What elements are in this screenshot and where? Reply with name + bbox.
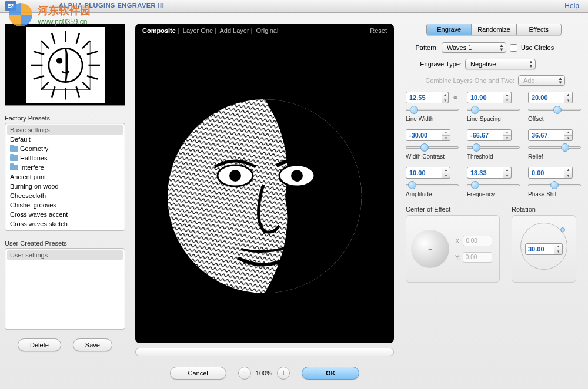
stepper-down-icon[interactable]: ▼: [442, 136, 450, 141]
stepper-down-icon[interactable]: ▼: [503, 173, 511, 179]
center-effect-control[interactable]: + X: Y:: [406, 215, 500, 283]
preset-item[interactable]: Chishel grooves: [7, 200, 123, 210]
engrave-type-dropdown[interactable]: Negative ▲▼: [465, 59, 536, 69]
param-stepper[interactable]: ▲ ▼: [442, 129, 450, 141]
preset-item[interactable]: Interfere: [7, 163, 123, 172]
param-slider[interactable]: [528, 181, 581, 189]
stepper-down-icon[interactable]: ▼: [564, 136, 572, 141]
stepper-down-icon[interactable]: ▼: [564, 98, 572, 103]
preset-item[interactable]: Cross waves accent: [7, 210, 123, 219]
seg-randomize[interactable]: Randomize: [472, 24, 516, 35]
seg-effects[interactable]: Effects: [517, 24, 561, 35]
preset-item[interactable]: Ancient print: [7, 172, 123, 182]
slider-thumb[interactable]: [471, 106, 479, 114]
sphere-icon[interactable]: +: [411, 230, 449, 268]
param-input[interactable]: [406, 92, 442, 103]
rotation-control[interactable]: ▲ ▼: [512, 215, 576, 283]
user-presets-list[interactable]: [7, 260, 123, 327]
stepper-up-icon[interactable]: ▲: [442, 130, 450, 136]
preset-item[interactable]: Burning on wood: [7, 182, 123, 191]
param-slider[interactable]: [406, 106, 459, 114]
zoom-in-button[interactable]: +: [277, 367, 290, 380]
stepper-up-icon[interactable]: ▲: [503, 92, 511, 98]
mode-segmented-control[interactable]: Engrave Randomize Effects: [426, 24, 562, 35]
param-stepper[interactable]: ▲ ▼: [503, 167, 512, 179]
preset-item[interactable]: Halftones: [7, 153, 123, 163]
rotation-input[interactable]: [525, 243, 554, 255]
param-stepper[interactable]: ▲ ▼: [503, 129, 512, 141]
param-slider[interactable]: [406, 181, 459, 189]
param-slider[interactable]: [406, 143, 459, 152]
stepper-up-icon[interactable]: ▲: [554, 244, 562, 250]
tab-original[interactable]: Original: [256, 27, 279, 34]
center-y-input[interactable]: [463, 252, 492, 263]
thumbnail-preview[interactable]: [5, 24, 125, 106]
stepper-up-icon[interactable]: ▲: [442, 167, 450, 173]
param-slider[interactable]: [528, 143, 581, 152]
slider-thumb[interactable]: [420, 143, 429, 152]
param-input[interactable]: [528, 92, 564, 103]
center-x-input[interactable]: [463, 236, 492, 246]
param-slider[interactable]: [528, 106, 581, 114]
main-preview[interactable]: [135, 38, 394, 343]
param-stepper[interactable]: ▲ ▼: [564, 129, 573, 141]
factory-presets-list[interactable]: DefaultGeometryHalftonesInterfereAncient…: [7, 135, 123, 229]
stepper-down-icon[interactable]: ▼: [503, 136, 511, 141]
preset-item-label: Cross waves sketch: [10, 220, 68, 227]
slider-thumb[interactable]: [471, 181, 479, 189]
param-stepper[interactable]: ▲ ▼: [564, 92, 573, 103]
stepper-up-icon[interactable]: ▲: [503, 167, 511, 173]
seg-engrave[interactable]: Engrave: [427, 24, 472, 35]
param-input[interactable]: [528, 167, 564, 179]
cancel-button[interactable]: Cancel: [170, 367, 226, 380]
stepper-down-icon[interactable]: ▼: [503, 98, 511, 103]
stepper-up-icon[interactable]: ▲: [564, 92, 572, 98]
tab-layer-one[interactable]: Layer One: [183, 27, 213, 34]
slider-thumb[interactable]: [408, 181, 416, 189]
param-input[interactable]: [406, 129, 442, 141]
preset-item[interactable]: Default: [7, 135, 123, 144]
preset-item[interactable]: Cross waves sketch: [7, 219, 123, 229]
preset-item[interactable]: Cheesecloth: [7, 191, 123, 200]
slider-thumb[interactable]: [553, 106, 562, 114]
tab-add-layer[interactable]: Add Layer: [219, 27, 249, 34]
stepper-down-icon[interactable]: ▼: [442, 173, 450, 179]
tab-composite[interactable]: Composite: [142, 27, 176, 34]
param-name-label: Phase Shift: [528, 191, 581, 197]
stepper-up-icon[interactable]: ▲: [564, 130, 572, 136]
param-input[interactable]: [467, 167, 503, 179]
param-input[interactable]: [467, 129, 503, 141]
param-slider[interactable]: [467, 143, 520, 152]
param-slider[interactable]: [467, 106, 520, 114]
save-button[interactable]: Save: [73, 338, 112, 351]
ok-button[interactable]: OK: [302, 367, 360, 380]
preset-item[interactable]: Geometry: [7, 144, 123, 153]
param-stepper[interactable]: ▲ ▼: [442, 92, 449, 103]
link-icon[interactable]: ⚭: [452, 93, 459, 102]
slider-thumb[interactable]: [550, 181, 559, 189]
param-stepper[interactable]: ▲ ▼: [442, 167, 450, 179]
slider-thumb[interactable]: [561, 143, 569, 152]
help-link[interactable]: Help: [564, 2, 579, 10]
rotation-handle[interactable]: [560, 227, 565, 232]
delete-button[interactable]: Delete: [18, 338, 61, 351]
pattern-dropdown[interactable]: Waves 1 ▲▼: [442, 42, 506, 53]
slider-thumb[interactable]: [472, 143, 480, 152]
param-input[interactable]: [406, 167, 442, 179]
param-stepper[interactable]: ▲ ▼: [503, 92, 512, 103]
use-circles-checkbox[interactable]: [510, 44, 517, 52]
stepper-up-icon[interactable]: ▲: [503, 130, 511, 136]
param-input[interactable]: [528, 129, 564, 141]
reset-button[interactable]: Reset: [370, 27, 387, 34]
zoom-out-button[interactable]: −: [238, 367, 251, 380]
stepper-down-icon[interactable]: ▼: [442, 98, 448, 103]
slider-thumb[interactable]: [410, 106, 418, 114]
rotation-stepper[interactable]: ▲ ▼: [554, 243, 563, 255]
param-stepper[interactable]: ▲ ▼: [564, 167, 573, 179]
stepper-down-icon[interactable]: ▼: [564, 173, 572, 179]
stepper-up-icon[interactable]: ▲: [442, 92, 448, 98]
stepper-up-icon[interactable]: ▲: [564, 167, 572, 173]
stepper-down-icon[interactable]: ▼: [554, 249, 562, 254]
param-slider[interactable]: [467, 181, 520, 189]
param-input[interactable]: [467, 92, 503, 103]
